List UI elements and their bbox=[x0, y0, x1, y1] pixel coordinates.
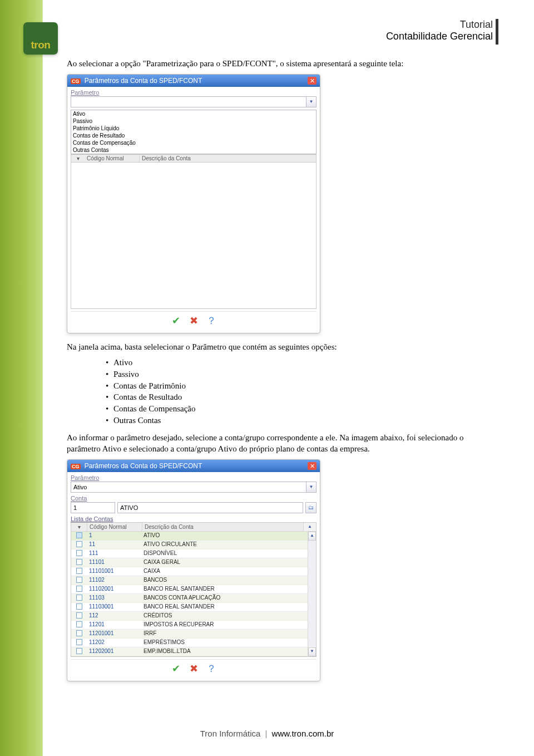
confirm-icon[interactable]: ✔ bbox=[169, 663, 182, 674]
row-codigo: 11103 bbox=[87, 594, 141, 602]
document-header: Tutorial Contabilidade Gerencial bbox=[386, 19, 493, 42]
table-row[interactable]: 111DISPONÍVEL bbox=[71, 549, 316, 558]
chevron-down-icon[interactable]: ▼ bbox=[306, 482, 316, 492]
row-descricao: CRÉDITOS bbox=[141, 612, 304, 620]
scroll-up-arrow-icon[interactable]: ▲ bbox=[308, 532, 316, 541]
table-row[interactable]: 11103BANCOS CONTA APLICAÇÃO bbox=[71, 594, 316, 603]
row-descricao: BANCO REAL SANTANDER bbox=[141, 585, 304, 593]
account-icon bbox=[71, 647, 87, 656]
table-row[interactable]: 11202001EMP.IMOBIL.LTDA bbox=[71, 647, 316, 656]
parametro-combo[interactable]: Ativo ▼ bbox=[71, 482, 317, 493]
footer-site: www.tron.com.br bbox=[272, 729, 334, 738]
conta-label: Conta bbox=[71, 495, 317, 502]
account-icon bbox=[71, 639, 87, 647]
page-left-strip bbox=[0, 0, 43, 756]
row-descricao: BANCOS CONTA APLICAÇÃO bbox=[141, 594, 304, 602]
lista-contas-label: Lista de Contas bbox=[71, 516, 317, 522]
document-header-line1: Tutorial bbox=[386, 19, 493, 31]
parametro-combo[interactable]: ▼ bbox=[71, 96, 317, 107]
table-row[interactable]: 11201001IRRF bbox=[71, 630, 316, 639]
row-codigo: 11102 bbox=[87, 576, 141, 585]
grid-header-descricao[interactable]: Descrição da Conta bbox=[140, 155, 316, 162]
grid-header-codigo[interactable]: Código Normal bbox=[85, 155, 140, 162]
row-codigo: 11202 bbox=[87, 639, 141, 647]
conta-desc-field[interactable]: ATIVO bbox=[117, 502, 303, 513]
grid-filter-icon[interactable]: ▾ bbox=[71, 155, 85, 162]
row-codigo: 11101001 bbox=[87, 567, 141, 576]
window1-app-badge: CG bbox=[71, 78, 81, 84]
document-header-line2: Contabilidade Gerencial bbox=[386, 31, 493, 42]
option-ativo[interactable]: Ativo bbox=[71, 110, 316, 117]
close-icon[interactable]: ✕ bbox=[308, 77, 317, 85]
account-icon bbox=[71, 603, 87, 611]
row-codigo: 112 bbox=[87, 612, 141, 620]
option-contas-compensacao[interactable]: Contas de Compensação bbox=[71, 139, 316, 146]
table-row[interactable]: 1ATIVO bbox=[71, 532, 316, 541]
confirm-icon[interactable]: ✔ bbox=[169, 315, 182, 326]
option-outras-contas[interactable]: Outras Contas bbox=[71, 146, 316, 154]
grid-header-codigo[interactable]: Código Normal bbox=[87, 523, 142, 531]
table-row[interactable]: 11202EMPRÉSTIMOS bbox=[71, 639, 316, 647]
option-contas-resultado[interactable]: Contas de Resultado bbox=[71, 132, 316, 139]
row-codigo: 11 bbox=[87, 541, 141, 549]
row-codigo: 11202001 bbox=[87, 647, 141, 656]
tron-logo-text: tron bbox=[31, 39, 51, 51]
help-icon[interactable]: ？ bbox=[205, 315, 218, 326]
vertical-tutorial-title: Tutorial bbox=[0, 602, 3, 725]
scrollbar[interactable]: ▲ ▼ bbox=[308, 532, 316, 656]
bullet-outras: Outras Contas bbox=[106, 415, 497, 426]
table-row[interactable]: 11102001BANCO REAL SANTANDER bbox=[71, 585, 316, 594]
account-icon bbox=[71, 612, 87, 620]
option-patrimonio-liquido[interactable]: Patrimônio Líquido bbox=[71, 125, 316, 132]
table-row[interactable]: 11201IMPOSTOS A RECUPERAR bbox=[71, 621, 316, 630]
row-descricao: EMP.IMOBIL.LTDA bbox=[141, 647, 304, 656]
table-row[interactable]: 11101001CAIXA bbox=[71, 567, 316, 576]
account-icon bbox=[71, 630, 87, 638]
grid-header-descricao[interactable]: Descrição da Conta bbox=[142, 523, 303, 531]
table-row[interactable]: 11103001BANCO REAL SANTANDER bbox=[71, 603, 316, 612]
conta-code-field[interactable]: 1 bbox=[71, 502, 115, 513]
account-icon bbox=[71, 576, 87, 585]
page-footer: Tron Informática | www.tron.com.br bbox=[0, 729, 534, 738]
row-descricao: CAIXA bbox=[141, 567, 304, 576]
table-row[interactable]: 11ATIVO CIRCULANTE bbox=[71, 541, 316, 549]
row-descricao: CAIXA GERAL bbox=[141, 558, 304, 567]
cancel-icon[interactable]: ✖ bbox=[187, 315, 200, 326]
lookup-icon[interactable]: 🗂 bbox=[305, 502, 317, 513]
parametro-options-list[interactable]: Ativo Passivo Patrimônio Líquido Contas … bbox=[71, 110, 317, 154]
bullet-compensacao: Contas de Compensação bbox=[106, 403, 497, 415]
window-parametros-2: CG Parâmetros da Conta do SPED/FCONT ✕ P… bbox=[67, 459, 320, 681]
row-descricao: BANCO REAL SANTANDER bbox=[141, 603, 304, 611]
grid-filter-icon[interactable]: ▾ bbox=[71, 523, 87, 531]
table-row[interactable]: 11102BANCOS bbox=[71, 576, 316, 585]
row-codigo: 11201001 bbox=[87, 630, 141, 638]
bullet-resultado: Contas de Resultado bbox=[106, 391, 497, 403]
cancel-icon[interactable]: ✖ bbox=[187, 663, 200, 674]
tron-logo: tron bbox=[23, 22, 58, 55]
option-passivo[interactable]: Passivo bbox=[71, 117, 316, 125]
scroll-up-arrow-icon[interactable]: ▲ bbox=[303, 523, 316, 531]
bullet-patrimonio: Contas de Patrimônio bbox=[106, 380, 497, 392]
chevron-down-icon[interactable]: ▼ bbox=[306, 97, 316, 107]
account-icon bbox=[71, 567, 87, 576]
parametro-label: Parâmetro bbox=[71, 89, 317, 96]
row-descricao: ATIVO bbox=[141, 532, 304, 540]
account-icon bbox=[71, 549, 87, 558]
account-icon bbox=[71, 558, 87, 567]
window2-app-badge: CG bbox=[71, 464, 81, 469]
grid-header: ▾ Código Normal Descrição da Conta bbox=[71, 154, 317, 163]
window1-title: Parâmetros da Conta do SPED/FCONT bbox=[85, 77, 202, 85]
contas-grid: ▾ Código Normal Descrição da Conta ▲ 1AT… bbox=[71, 522, 317, 657]
footer-company: Tron Informática bbox=[200, 729, 261, 738]
row-descricao: ATIVO CIRCULANTE bbox=[141, 541, 304, 549]
scroll-down-arrow-icon[interactable]: ▼ bbox=[308, 647, 316, 656]
options-bullet-list: Ativo Passivo Contas de Patrimônio Conta… bbox=[67, 357, 497, 426]
help-icon[interactable]: ？ bbox=[205, 663, 218, 674]
row-descricao: IRRF bbox=[141, 630, 304, 638]
table-row[interactable]: 112CRÉDITOS bbox=[71, 612, 316, 621]
close-icon[interactable]: ✕ bbox=[308, 462, 317, 470]
table-row[interactable]: 11101CAIXA GERAL bbox=[71, 558, 316, 567]
intro-paragraph-2: Na janela acima, basta selelecionar o Pa… bbox=[67, 341, 497, 353]
row-marker-icon bbox=[71, 532, 87, 540]
row-codigo: 11103001 bbox=[87, 603, 141, 611]
